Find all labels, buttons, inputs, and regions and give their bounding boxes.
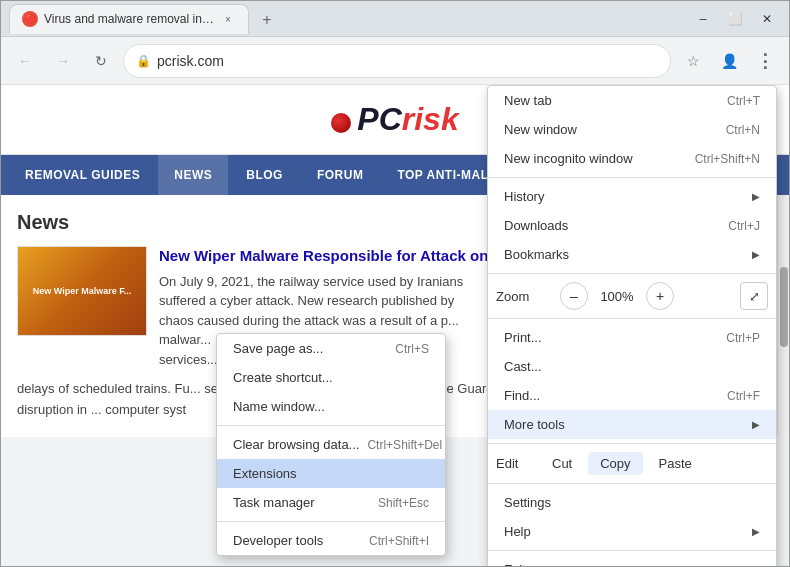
create-shortcut-item[interactable]: Create shortcut... xyxy=(217,363,445,392)
menu-button[interactable]: ⋮ xyxy=(749,45,781,77)
news-thumbnail: New Wiper Malware F... xyxy=(17,246,147,336)
tools-submenu: Save page as... Ctrl+S Create shortcut..… xyxy=(216,333,446,556)
forward-button[interactable]: → xyxy=(47,45,79,77)
clear-browsing-data-shortcut: Ctrl+Shift+Del xyxy=(367,438,442,452)
menu-dots-icon: ⋮ xyxy=(756,50,775,72)
find-label: Find... xyxy=(504,388,540,403)
scroll-thumb[interactable] xyxy=(780,267,788,347)
nav-news[interactable]: NEWS xyxy=(158,155,228,195)
help-label: Help xyxy=(504,524,531,539)
chrome-sep-4 xyxy=(488,443,776,444)
create-shortcut-label: Create shortcut... xyxy=(233,370,333,385)
print-shortcut: Ctrl+P xyxy=(726,331,760,345)
chrome-main-menu: New tab Ctrl+T New window Ctrl+N New inc… xyxy=(487,85,777,566)
print-menu-item[interactable]: Print... Ctrl+P xyxy=(488,323,776,352)
back-button[interactable]: ← xyxy=(9,45,41,77)
zoom-value: 100% xyxy=(592,289,642,304)
maximize-button[interactable]: ⬜ xyxy=(721,5,749,33)
cast-label: Cast... xyxy=(504,359,542,374)
lock-icon: 🔒 xyxy=(136,54,151,68)
new-window-menu-item[interactable]: New window Ctrl+N xyxy=(488,115,776,144)
logo-risk: risk xyxy=(402,101,459,137)
chrome-sep-5 xyxy=(488,483,776,484)
copy-button[interactable]: Copy xyxy=(588,452,642,475)
nav-forum[interactable]: FORUM xyxy=(301,155,380,195)
bookmarks-arrow-icon: ▶ xyxy=(752,249,760,260)
scrollbar[interactable] xyxy=(777,195,789,437)
scroll-track[interactable] xyxy=(778,195,789,437)
tab-title: Virus and malware removal instr... xyxy=(44,12,214,26)
task-manager-shortcut: Shift+Esc xyxy=(378,496,429,510)
zoom-label: Zoom xyxy=(496,289,556,304)
close-button[interactable]: ✕ xyxy=(753,5,781,33)
help-arrow-icon: ▶ xyxy=(752,526,760,537)
more-tools-arrow-icon: ▶ xyxy=(752,419,760,430)
new-incognito-shortcut: Ctrl+Shift+N xyxy=(695,152,760,166)
address-actions: ☆ 👤 ⋮ xyxy=(677,45,781,77)
save-page-as-shortcut: Ctrl+S xyxy=(395,342,429,356)
nav-removal-guides[interactable]: REMOVAL GUIDES xyxy=(9,155,156,195)
new-window-shortcut: Ctrl+N xyxy=(726,123,760,137)
address-bar: ← → ↻ 🔒 pcrisk.com ☆ 👤 ⋮ xyxy=(1,37,789,85)
history-arrow-icon: ▶ xyxy=(752,191,760,202)
minimize-button[interactable]: – xyxy=(689,5,717,33)
menu-separator-2 xyxy=(217,521,445,522)
new-tab-menu-label: New tab xyxy=(504,93,552,108)
address-field[interactable]: 🔒 pcrisk.com xyxy=(123,44,671,78)
find-shortcut: Ctrl+F xyxy=(727,389,760,403)
site-logo: PCrisk xyxy=(331,101,458,138)
new-tab-menu-item[interactable]: New tab Ctrl+T xyxy=(488,86,776,115)
save-page-as-label: Save page as... xyxy=(233,341,323,356)
tab-close-button[interactable]: × xyxy=(220,11,236,27)
profile-button[interactable]: 👤 xyxy=(713,45,745,77)
new-incognito-menu-item[interactable]: New incognito window Ctrl+Shift+N xyxy=(488,144,776,173)
more-tools-label: More tools xyxy=(504,417,565,432)
paste-button[interactable]: Paste xyxy=(647,452,704,475)
developer-tools-shortcut: Ctrl+Shift+I xyxy=(369,534,429,548)
bookmarks-label: Bookmarks xyxy=(504,247,569,262)
browser-window: 🔴 Virus and malware removal instr... × +… xyxy=(0,0,790,567)
new-tab-button[interactable]: + xyxy=(253,6,281,34)
downloads-menu-item[interactable]: Downloads Ctrl+J xyxy=(488,211,776,240)
chrome-sep-2 xyxy=(488,273,776,274)
logo-pc: PC xyxy=(357,101,401,137)
new-window-label: New window xyxy=(504,122,577,137)
clear-browsing-data-item[interactable]: Clear browsing data... Ctrl+Shift+Del xyxy=(217,430,445,459)
zoom-plus-button[interactable]: + xyxy=(646,282,674,310)
refresh-button[interactable]: ↻ xyxy=(85,45,117,77)
new-tab-shortcut: Ctrl+T xyxy=(727,94,760,108)
edit-label: Edit xyxy=(496,456,536,471)
help-menu-item[interactable]: Help ▶ xyxy=(488,517,776,546)
developer-tools-item[interactable]: Developer tools Ctrl+Shift+I xyxy=(217,526,445,555)
thumbnail-text: New Wiper Malware F... xyxy=(33,286,131,296)
clear-browsing-data-label: Clear browsing data... xyxy=(233,437,359,452)
more-tools-menu-item[interactable]: More tools ▶ xyxy=(488,410,776,439)
chrome-sep-1 xyxy=(488,177,776,178)
chrome-sep-6 xyxy=(488,550,776,551)
save-page-as-item[interactable]: Save page as... Ctrl+S xyxy=(217,334,445,363)
exit-menu-item[interactable]: Exit xyxy=(488,555,776,566)
logo-text: PCrisk xyxy=(357,101,458,138)
task-manager-item[interactable]: Task manager Shift+Esc xyxy=(217,488,445,517)
name-window-item[interactable]: Name window... xyxy=(217,392,445,421)
task-manager-label: Task manager xyxy=(233,495,315,510)
history-label: History xyxy=(504,189,544,204)
nav-blog[interactable]: BLOG xyxy=(230,155,299,195)
tab-area: 🔴 Virus and malware removal instr... × + xyxy=(9,4,681,34)
settings-menu-item[interactable]: Settings xyxy=(488,488,776,517)
print-label: Print... xyxy=(504,330,542,345)
find-menu-item[interactable]: Find... Ctrl+F xyxy=(488,381,776,410)
downloads-shortcut: Ctrl+J xyxy=(728,219,760,233)
history-menu-item[interactable]: History ▶ xyxy=(488,182,776,211)
zoom-expand-button[interactable]: ⤢ xyxy=(740,282,768,310)
extensions-label: Extensions xyxy=(233,466,297,481)
developer-tools-label: Developer tools xyxy=(233,533,323,548)
zoom-minus-button[interactable]: – xyxy=(560,282,588,310)
title-bar: 🔴 Virus and malware removal instr... × +… xyxy=(1,1,789,37)
active-tab[interactable]: 🔴 Virus and malware removal instr... × xyxy=(9,4,249,34)
cut-button[interactable]: Cut xyxy=(540,452,584,475)
extensions-item[interactable]: Extensions xyxy=(217,459,445,488)
cast-menu-item[interactable]: Cast... xyxy=(488,352,776,381)
bookmark-button[interactable]: ☆ xyxy=(677,45,709,77)
bookmarks-menu-item[interactable]: Bookmarks ▶ xyxy=(488,240,776,269)
